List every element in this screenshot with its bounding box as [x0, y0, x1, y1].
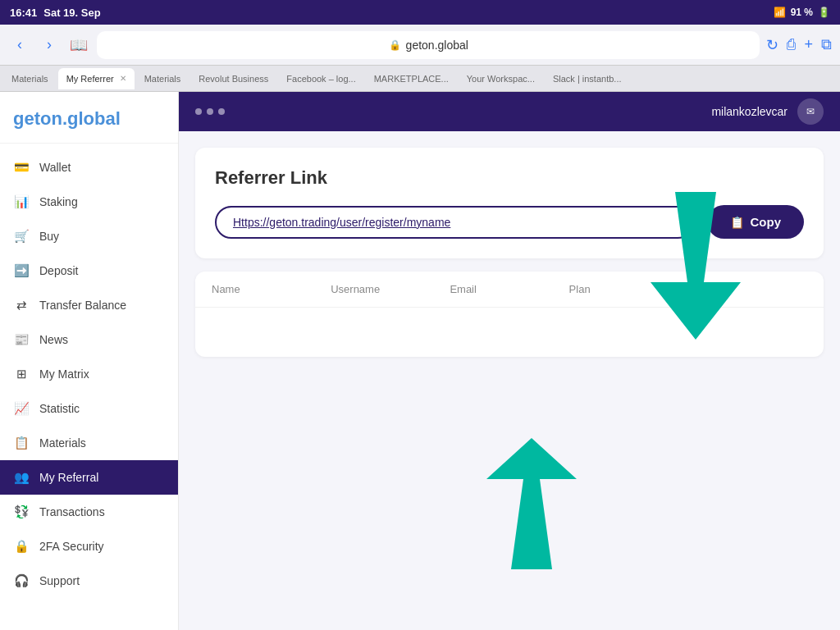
sidebar-label-staking: Staking — [39, 195, 78, 208]
referrer-title: Referrer Link — [215, 167, 804, 189]
new-tab-button[interactable]: + — [804, 36, 813, 53]
logo: geton.global — [13, 108, 165, 130]
table-card: Name Username Email Plan Join date — [195, 272, 824, 357]
tab-label: Slack | instantb... — [553, 74, 622, 84]
tab-slack[interactable]: Slack | instantb... — [545, 68, 630, 89]
statistic-icon: 📈 — [13, 401, 30, 416]
sidebar-item-deposit[interactable]: ➡️ Deposit — [0, 253, 178, 288]
news-icon: 📰 — [13, 332, 30, 347]
time: 16:41 — [10, 7, 37, 19]
tabs-bar: Materials My Referrer ✕ Materials Revolu… — [0, 66, 840, 92]
sidebar-item-statistic[interactable]: 📈 Statistic — [0, 391, 178, 426]
col-join-date: Join date — [688, 283, 807, 295]
sidebar-item-matrix[interactable]: ⊞ My Matrix — [0, 357, 178, 391]
content-wrapper: milankozlevcar ✉ Referrer Link Https://g… — [179, 92, 840, 630]
support-icon: 🎧 — [13, 573, 30, 588]
sidebar-item-news[interactable]: 📰 News — [0, 322, 178, 357]
link-row: Https://geton.trading/user/register/myna… — [215, 205, 804, 239]
col-name: Name — [212, 283, 331, 295]
share-button[interactable]: ⎙ — [787, 36, 796, 53]
tab-label: Your Workspac... — [467, 74, 535, 84]
referrer-card: Referrer Link Https://geton.trading/user… — [195, 148, 824, 258]
deposit-icon: ➡️ — [13, 263, 30, 278]
sidebar-item-materials[interactable]: 📋 Materials — [0, 426, 178, 460]
url-bar[interactable]: 🔒 geton.global — [97, 31, 760, 59]
tab-materials-1[interactable]: Materials — [3, 68, 57, 89]
wifi-icon: 📶 — [774, 7, 786, 18]
lock-icon: 🔒 — [389, 39, 401, 51]
sidebar-label-news: News — [39, 333, 68, 346]
sidebar-label-statistic: Statistic — [39, 402, 80, 415]
back-button[interactable]: ‹ — [8, 34, 31, 57]
browser-bar: ‹ › 📖 🔒 geton.global ↻ ⎙ + ⧉ — [0, 25, 840, 66]
battery-icon: 🔋 — [818, 7, 830, 18]
tabs-button[interactable]: ⧉ — [821, 36, 832, 53]
tab-materials-2[interactable]: Materials — [136, 68, 189, 89]
sidebar-label-buy: Buy — [39, 230, 59, 243]
tab-revolut[interactable]: Revolut Business — [190, 68, 276, 89]
sidebar-item-wallet[interactable]: 💳 Wallet — [0, 150, 178, 185]
status-bar: 16:41 Sat 19. Sep 📶 91 % 🔋 — [0, 0, 840, 25]
logo-area: geton.global — [0, 92, 178, 144]
tab-my-referrer[interactable]: My Referrer ✕ — [58, 68, 135, 89]
matrix-icon: ⊞ — [13, 367, 30, 381]
battery: 91 % — [791, 7, 813, 18]
sidebar-item-transactions[interactable]: 💱 Transactions — [0, 495, 178, 529]
topbar-dots — [195, 108, 225, 115]
tab-label: Facebook – log... — [286, 74, 355, 84]
sidebar-label-wallet: Wallet — [39, 161, 71, 174]
col-plan: Plan — [569, 283, 688, 295]
referrer-url: Https://geton.trading/user/register/myna… — [233, 216, 450, 229]
sidebar-label-support: Support — [39, 574, 80, 587]
url-text: geton.global — [406, 39, 468, 52]
main-layout: geton.global 💳 Wallet 📊 Staking 🛒 Buy ➡️… — [0, 92, 840, 630]
copy-button[interactable]: 📋 Copy — [707, 205, 805, 239]
sidebar-label-deposit: Deposit — [39, 264, 78, 277]
tab-facebook[interactable]: Facebook – log... — [278, 68, 363, 89]
user-avatar[interactable]: ✉ — [797, 98, 824, 125]
tab-label: My Referrer — [66, 74, 114, 84]
sidebar-item-staking[interactable]: 📊 Staking — [0, 185, 178, 219]
sidebar-item-transfer[interactable]: ⇄ Transfer Balance — [0, 288, 178, 322]
col-email: Email — [450, 283, 568, 295]
sidebar-label-materials: Materials — [39, 436, 86, 450]
sidebar-item-support[interactable]: 🎧 Support — [0, 564, 178, 598]
table-header: Name Username Email Plan Join date — [195, 272, 824, 308]
sidebar-item-buy[interactable]: 🛒 Buy — [0, 219, 178, 253]
browser-actions: ↻ ⎙ + ⧉ — [766, 36, 832, 54]
sidebar-label-my-referral: My Referral — [39, 471, 98, 484]
logo-part2: global — [67, 108, 121, 129]
forward-button[interactable]: › — [38, 34, 61, 57]
copy-label: Copy — [751, 215, 782, 229]
tab-workspace[interactable]: Your Workspac... — [459, 68, 543, 89]
dot-3 — [218, 108, 225, 115]
dot-1 — [195, 108, 202, 115]
status-right: 📶 91 % 🔋 — [774, 7, 830, 18]
tab-label: Materials — [11, 74, 48, 84]
transactions-icon: 💱 — [13, 504, 30, 519]
content-area: Referrer Link Https://geton.trading/user… — [179, 131, 840, 630]
sidebar-label-transfer: Transfer Balance — [39, 299, 126, 312]
refresh-button[interactable]: ↻ — [766, 36, 778, 54]
materials-icon: 📋 — [13, 436, 30, 450]
status-left: 16:41 Sat 19. Sep — [10, 7, 101, 19]
wallet-icon: 💳 — [13, 160, 30, 175]
tab-marketplace[interactable]: MARKETPLACE... — [366, 68, 457, 89]
sidebar-item-2fa[interactable]: 🔒 2FA Security — [0, 529, 178, 564]
col-username: Username — [331, 283, 450, 295]
link-input-wrapper: Https://geton.trading/user/register/myna… — [215, 206, 694, 239]
content-topbar: milankozlevcar ✉ — [179, 92, 840, 131]
sidebar-label-2fa: 2FA Security — [39, 540, 104, 553]
bookmarks-button[interactable]: 📖 — [67, 34, 90, 57]
date: Sat 19. Sep — [43, 7, 100, 19]
table-body — [195, 308, 824, 357]
nav-list: 💳 Wallet 📊 Staking 🛒 Buy ➡️ Deposit ⇄ Tr… — [0, 144, 178, 630]
transfer-icon: ⇄ — [13, 298, 30, 313]
topbar-right: milankozlevcar ✉ — [711, 98, 824, 125]
security-icon: 🔒 — [13, 539, 30, 554]
tab-label: Materials — [144, 74, 181, 84]
logo-part1: geton — [13, 108, 62, 129]
tab-close-icon[interactable]: ✕ — [120, 74, 126, 83]
sidebar-item-my-referral[interactable]: 👥 My Referral — [0, 460, 178, 495]
staking-icon: 📊 — [13, 194, 30, 209]
